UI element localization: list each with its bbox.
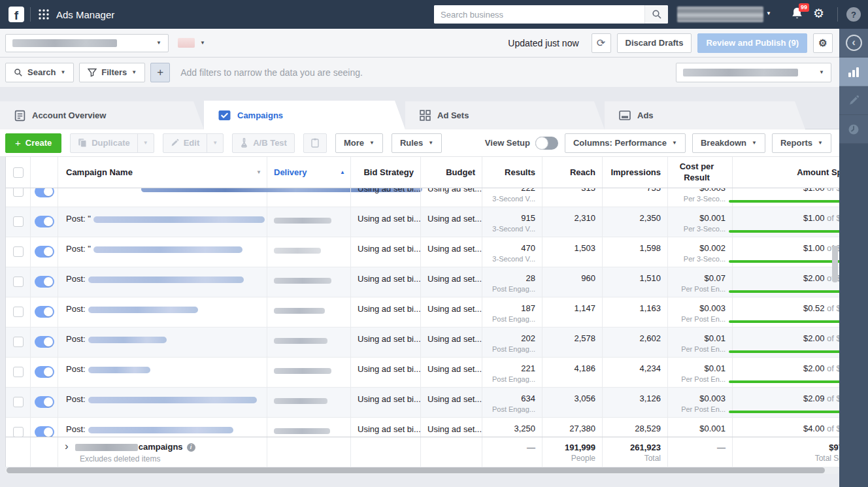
campaign-name-cell[interactable]: Post: bbox=[58, 388, 267, 418]
create-button[interactable]: Create bbox=[5, 133, 61, 153]
campaign-active-toggle[interactable] bbox=[35, 396, 54, 408]
apps-grid-icon[interactable] bbox=[38, 8, 50, 20]
campaign-name-prefix: Post: bbox=[66, 274, 86, 284]
campaign-active-toggle[interactable] bbox=[35, 306, 54, 318]
info-icon[interactable] bbox=[187, 443, 195, 452]
campaign-name-cell[interactable]: Post: bbox=[58, 358, 267, 388]
row-checkbox[interactable] bbox=[13, 367, 24, 377]
discard-drafts-button[interactable]: Discard Drafts bbox=[617, 33, 692, 53]
campaign-active-toggle[interactable] bbox=[35, 246, 54, 258]
header-budget[interactable]: Budget bbox=[421, 157, 482, 188]
tab-ad-sets[interactable]: Ad Sets bbox=[405, 101, 605, 129]
delivery-status-redacted bbox=[274, 398, 327, 404]
sidebar-collapse-button[interactable] bbox=[839, 29, 868, 58]
horizontal-scrollbar[interactable] bbox=[5, 467, 839, 474]
review-publish-button[interactable]: Review and Publish (9) bbox=[697, 33, 807, 53]
edit-caret[interactable] bbox=[207, 134, 223, 152]
date-range-redacted bbox=[683, 69, 798, 76]
campaign-name-cell[interactable]: Post: bbox=[58, 327, 267, 358]
campaign-active-toggle[interactable] bbox=[35, 188, 54, 197]
amount-spent-cell: $1.00 of $1 bbox=[733, 207, 839, 237]
cost-per-result-cell: $0.01 Per Post En... bbox=[668, 358, 733, 388]
reports-dropdown-button[interactable]: Reports bbox=[772, 133, 831, 153]
campaign-active-toggle[interactable] bbox=[35, 216, 54, 227]
horizontal-scrollbar-thumb[interactable] bbox=[7, 467, 825, 473]
campaign-active-toggle[interactable] bbox=[35, 336, 54, 348]
account-name-redacted[interactable] bbox=[677, 7, 763, 22]
campaign-name-cell[interactable]: Post: bbox=[58, 297, 267, 327]
select-all-checkbox[interactable] bbox=[13, 167, 24, 178]
facebook-logo-icon[interactable] bbox=[8, 7, 24, 22]
chevron-down-icon bbox=[156, 41, 161, 46]
tab-campaigns[interactable]: Campaigns bbox=[204, 101, 405, 129]
ad-account-dropdown[interactable] bbox=[5, 34, 169, 52]
row-checkbox[interactable] bbox=[13, 216, 24, 227]
tab-ads[interactable]: Ads bbox=[605, 101, 805, 129]
pencil-icon bbox=[171, 139, 179, 147]
budget-progress-bar bbox=[729, 320, 839, 323]
publish-settings-button[interactable] bbox=[813, 33, 833, 53]
campaign-name-cell[interactable]: Post: " bbox=[58, 207, 267, 237]
table-row: Post: Using ad set bi... Using ad set...… bbox=[6, 297, 839, 327]
campaign-active-toggle[interactable] bbox=[35, 366, 54, 378]
row-checkbox[interactable] bbox=[13, 337, 24, 347]
row-checkbox[interactable] bbox=[13, 277, 24, 287]
header-cost-per-result[interactable]: Cost perResult bbox=[668, 157, 733, 188]
bid-strategy-cell: Using ad set bi... bbox=[351, 207, 421, 237]
edit-button[interactable]: Edit bbox=[163, 133, 224, 153]
ab-test-button[interactable]: A/B Test bbox=[232, 133, 295, 153]
sidebar-item-charts[interactable] bbox=[839, 58, 868, 86]
sidebar-item-history[interactable] bbox=[839, 115, 868, 144]
tab-account-overview[interactable]: Account Overview bbox=[0, 101, 204, 129]
campaign-name-cell[interactable] bbox=[58, 188, 267, 207]
expand-chevron-icon[interactable] bbox=[65, 440, 69, 453]
more-button[interactable]: More bbox=[335, 133, 383, 153]
header-results[interactable]: Results bbox=[482, 157, 542, 188]
search-submit-button[interactable] bbox=[644, 5, 668, 24]
settings-gear-icon[interactable] bbox=[813, 6, 824, 21]
row-checkbox[interactable] bbox=[13, 397, 24, 407]
search-filter-button[interactable]: Search bbox=[5, 63, 74, 82]
clipboard-icon bbox=[311, 138, 319, 148]
vertical-scrollbar-thumb[interactable] bbox=[832, 246, 838, 282]
chevron-down-icon[interactable] bbox=[200, 41, 205, 46]
duplicate-button[interactable]: Duplicate bbox=[70, 133, 154, 153]
campaign-name-cell[interactable]: Post: bbox=[58, 267, 267, 297]
view-setup-toggle[interactable] bbox=[535, 137, 558, 150]
notifications-icon[interactable]: 99 bbox=[791, 7, 808, 24]
header-impressions[interactable]: Impressions bbox=[603, 157, 668, 188]
row-checkbox[interactable] bbox=[13, 427, 24, 437]
impressions-cell: 1,598 bbox=[603, 237, 668, 267]
filters-button[interactable]: Filters bbox=[79, 63, 145, 82]
header-reach[interactable]: Reach bbox=[542, 157, 603, 188]
columns-dropdown-button[interactable]: Columns: Performance bbox=[565, 133, 686, 153]
help-icon[interactable] bbox=[846, 7, 861, 22]
budget-progress-bar bbox=[729, 350, 839, 353]
clipboard-button[interactable] bbox=[303, 133, 327, 153]
sidebar-item-edit[interactable] bbox=[839, 86, 868, 115]
date-range-dropdown[interactable] bbox=[676, 63, 831, 82]
campaign-name-cell[interactable]: Post: " bbox=[58, 237, 267, 267]
header-delivery[interactable]: Delivery bbox=[267, 157, 351, 188]
header-campaign-name[interactable]: Campaign Name bbox=[58, 157, 267, 188]
business-search-input[interactable] bbox=[434, 5, 644, 24]
impressions-cell: 2,602 bbox=[603, 327, 668, 358]
duplicate-caret[interactable] bbox=[137, 134, 154, 152]
breakdown-dropdown-button[interactable]: Breakdown bbox=[692, 133, 765, 153]
summary-results: — bbox=[482, 437, 542, 467]
rules-button[interactable]: Rules bbox=[392, 133, 442, 153]
table-row: Post: Using ad set bi... Using ad set...… bbox=[6, 358, 839, 388]
app-title: Ads Manager bbox=[56, 9, 114, 20]
row-checkbox[interactable] bbox=[13, 188, 24, 197]
row-checkbox[interactable] bbox=[13, 246, 24, 257]
column-menu-caret-icon[interactable] bbox=[256, 170, 261, 175]
bid-strategy-cell: Using ad set bi... bbox=[351, 327, 421, 358]
campaign-name-prefix: Post: bbox=[66, 394, 86, 404]
add-filter-button[interactable] bbox=[150, 63, 170, 82]
account-menu-caret-icon[interactable] bbox=[766, 11, 771, 16]
campaign-active-toggle[interactable] bbox=[35, 276, 54, 288]
header-bid-strategy[interactable]: Bid Strategy bbox=[351, 157, 421, 188]
row-checkbox[interactable] bbox=[13, 307, 24, 317]
refresh-button[interactable] bbox=[592, 33, 611, 53]
header-amount-spent[interactable]: Amount Spent bbox=[733, 157, 839, 188]
